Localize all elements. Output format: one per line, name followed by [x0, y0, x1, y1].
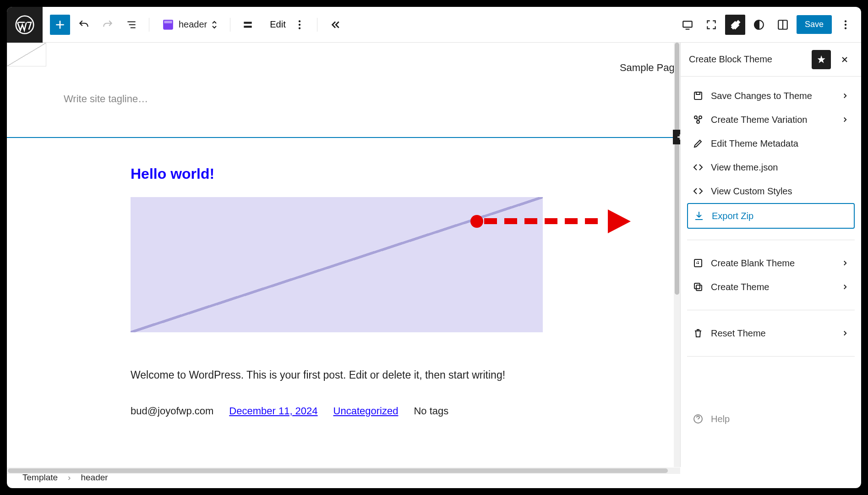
- view-button[interactable]: [677, 15, 698, 35]
- post-content: Hello world! Welcome to WordPress. This …: [7, 138, 680, 467]
- divider: [687, 240, 855, 240]
- post-meta: bud@joyofwp.com December 11, 2024 Uncate…: [131, 405, 557, 417]
- site-logo-placeholder[interactable]: [7, 43, 46, 66]
- copy-icon: [693, 281, 704, 292]
- chevron-right-icon: ›: [68, 473, 71, 483]
- horizontal-scrollbar[interactable]: [7, 468, 680, 474]
- post-date-link[interactable]: December 11, 2024: [229, 405, 317, 417]
- panel-item-label: View Custom Styles: [711, 186, 849, 197]
- settings-button[interactable]: [773, 15, 793, 35]
- chevron-right-icon: [841, 329, 849, 337]
- variation-icon: [693, 114, 704, 125]
- more-options-button[interactable]: [835, 15, 856, 35]
- panel-item-create-theme-variation[interactable]: Create Theme Variation: [687, 108, 855, 132]
- chevron-right-icon: [841, 259, 849, 267]
- svg-point-6: [299, 23, 300, 25]
- help-icon: [693, 413, 704, 424]
- post-tags: No tags: [414, 405, 448, 417]
- save-button[interactable]: Save: [797, 15, 832, 34]
- divider: [230, 18, 230, 32]
- svg-point-12: [845, 20, 846, 22]
- breadcrumb-current[interactable]: header: [81, 473, 108, 483]
- svg-point-14: [845, 27, 846, 29]
- tools-button[interactable]: [725, 15, 745, 35]
- header-template-block[interactable]: Write site tagline… Sample Page: [7, 43, 680, 138]
- template-name: header: [179, 19, 207, 30]
- redo-button[interactable]: [98, 15, 118, 35]
- trash-icon: [693, 328, 704, 339]
- panel-item-label: Save Changes to Theme: [711, 91, 834, 101]
- create-block-theme-panel: Create Block Theme Save Changes to Theme…: [680, 43, 861, 467]
- panel-title: Create Block Theme: [689, 54, 806, 65]
- code-icon: [693, 162, 704, 173]
- panel-item-view-custom-styles[interactable]: View Custom Styles: [687, 179, 855, 203]
- fullscreen-button[interactable]: [701, 15, 721, 35]
- post-category-link[interactable]: Uncategorized: [333, 405, 399, 417]
- post-author: bud@joyofwp.com: [131, 405, 213, 417]
- panel-header: Create Block Theme: [681, 43, 861, 77]
- svg-rect-3: [244, 22, 252, 23]
- svg-point-13: [845, 23, 846, 25]
- panel-item-label: Reset Theme: [711, 328, 834, 339]
- pencil-icon: [693, 138, 704, 149]
- append-block-button[interactable]: [673, 130, 680, 144]
- svg-rect-15: [694, 92, 702, 99]
- divider: [687, 356, 855, 357]
- star-badge-icon[interactable]: [812, 50, 831, 69]
- panel-item-label: Create Theme Variation: [711, 115, 834, 125]
- svg-rect-4: [244, 26, 252, 28]
- template-selector[interactable]: header: [157, 15, 223, 35]
- panel-item-label: Create Blank Theme: [711, 258, 834, 269]
- chevron-right-icon: [841, 283, 849, 291]
- vertical-scrollbar[interactable]: [674, 43, 680, 467]
- post-title[interactable]: Hello world!: [131, 165, 557, 182]
- panel-item-edit-theme-metadata[interactable]: Edit Theme Metadata: [687, 132, 855, 155]
- code-icon: [693, 186, 704, 197]
- wordpress-logo[interactable]: [7, 7, 43, 43]
- panel-item-create-theme[interactable]: Create Theme: [687, 275, 855, 299]
- panel-item-label: Edit Theme Metadata: [711, 138, 849, 149]
- panel-item-view-theme-json[interactable]: View theme.json: [687, 155, 855, 179]
- site-tagline-input[interactable]: Write site tagline…: [64, 93, 680, 105]
- chevron-right-icon: [841, 116, 849, 124]
- svg-point-19: [697, 121, 699, 123]
- close-panel-button[interactable]: [836, 51, 853, 68]
- divider: [149, 18, 149, 32]
- panel-item-label: Help: [711, 414, 849, 424]
- featured-image-placeholder[interactable]: [131, 197, 543, 332]
- svg-point-7: [299, 27, 300, 29]
- add-block-button[interactable]: [50, 15, 70, 35]
- post-excerpt[interactable]: Welcome to WordPress. This is your first…: [131, 369, 557, 381]
- block-options-button[interactable]: [289, 15, 310, 35]
- panel-item-save-changes-to-theme[interactable]: Save Changes to Theme: [687, 84, 855, 108]
- top-toolbar: header Edit: [7, 7, 861, 43]
- svg-rect-16: [696, 92, 700, 94]
- panel-item-reset-theme[interactable]: Reset Theme: [687, 321, 855, 345]
- panel-item-help[interactable]: Help: [687, 407, 855, 431]
- svg-point-5: [299, 20, 300, 22]
- editor-canvas[interactable]: Write site tagline… Sample Page Hello wo…: [7, 43, 680, 467]
- panel-item-label: Create Theme: [711, 282, 834, 292]
- svg-rect-22: [696, 285, 702, 291]
- blank-icon: [693, 258, 704, 269]
- panel-item-create-blank-theme[interactable]: Create Blank Theme: [687, 251, 855, 275]
- panel-item-label: View theme.json: [711, 162, 849, 173]
- panel-item-label: Export Zip: [712, 211, 848, 221]
- nav-menu-item[interactable]: Sample Page: [620, 62, 680, 74]
- block-align-button[interactable]: [238, 15, 258, 35]
- collapse-toolbar-button[interactable]: [325, 15, 345, 35]
- divider: [317, 18, 317, 32]
- list-view-button[interactable]: [121, 15, 142, 35]
- edit-label[interactable]: Edit: [270, 19, 285, 30]
- svg-rect-2: [164, 20, 173, 24]
- panel-item-export-zip[interactable]: Export Zip: [687, 203, 855, 229]
- save-disk-icon: [693, 90, 704, 101]
- template-stepper[interactable]: [212, 21, 217, 29]
- download-icon: [693, 210, 704, 221]
- breadcrumb-root[interactable]: Template: [22, 473, 58, 483]
- svg-rect-21: [694, 283, 700, 289]
- divider: [687, 310, 855, 310]
- undo-button[interactable]: [74, 15, 94, 35]
- svg-rect-8: [683, 21, 692, 27]
- styles-button[interactable]: [749, 15, 769, 35]
